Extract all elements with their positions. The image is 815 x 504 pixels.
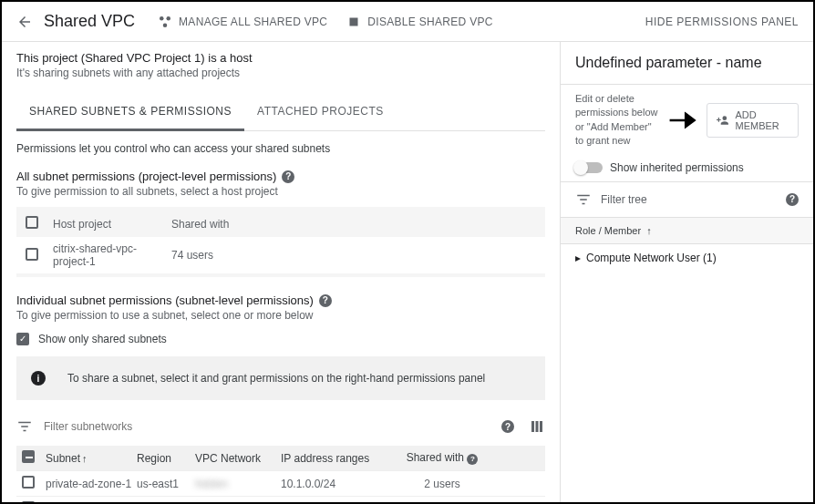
cell-shared[interactable]: 2 users	[390, 478, 494, 490]
row-checkbox[interactable]	[22, 476, 35, 489]
permissions-desc: Permissions let you control who can acce…	[16, 142, 545, 155]
subnet-checkbox-all[interactable]	[22, 450, 35, 463]
col-subnet[interactable]: Subnet	[46, 452, 80, 465]
back-arrow-icon[interactable]	[16, 14, 33, 30]
host-project-table: Host project Shared with citrix-shared-v…	[16, 207, 545, 277]
svg-point-1	[167, 16, 171, 21]
host-project-name: citrix-shared-vpc-project-1	[53, 242, 171, 268]
sort-up-icon: ↑	[82, 453, 88, 464]
info-icon: i	[31, 371, 46, 386]
manage-shared-vpc-button[interactable]: MANAGE ALL SHARED VPC	[157, 14, 327, 30]
indiv-title: Individual subnet permissions (subnet-le…	[16, 293, 314, 307]
row-checkbox[interactable]	[22, 501, 35, 502]
cell-region: us-east1	[137, 478, 195, 490]
add-member-label: ADD MEMBER	[736, 109, 789, 131]
add-person-icon	[717, 112, 729, 129]
disable-shared-vpc-button[interactable]: DISABLE SHARED VPC	[346, 14, 492, 30]
manage-icon	[157, 14, 173, 30]
subnet-table: Subnet↑ Region VPC Network IP address ra…	[16, 446, 545, 502]
svg-rect-5	[536, 421, 539, 432]
show-shared-checkbox[interactable]	[16, 333, 29, 345]
add-member-button[interactable]: ADD MEMBER	[707, 103, 799, 138]
host-checkbox[interactable]	[26, 248, 38, 261]
role-header[interactable]: Role / Member	[575, 225, 641, 236]
tab-attached-projects[interactable]: ATTACHED PROJECTS	[244, 96, 397, 130]
stop-icon	[346, 14, 362, 30]
help-icon[interactable]: ?	[467, 454, 478, 465]
panel-hint: Edit or delete permissions below or "Add…	[575, 92, 663, 149]
cell-ip: 10.1.0.0/24	[281, 478, 390, 490]
filter-icon[interactable]	[16, 418, 33, 435]
svg-point-0	[160, 16, 164, 21]
all-subnet-title: All subnet permissions (project-level pe…	[16, 170, 276, 183]
banner-text: To share a subnet, select it and grant p…	[67, 372, 485, 385]
host-checkbox-all[interactable]	[26, 216, 38, 229]
table-row[interactable]: private-ad-zone-2us-east1hidden10.2.0.0/…	[16, 496, 545, 502]
annotation-arrow	[668, 108, 702, 132]
disable-label: DISABLE SHARED VPC	[367, 15, 492, 28]
help-icon[interactable]: ?	[786, 193, 799, 206]
col-vpc-network[interactable]: VPC Network	[195, 452, 281, 465]
help-icon[interactable]: ?	[282, 170, 294, 183]
manage-label: MANAGE ALL SHARED VPC	[179, 15, 327, 28]
show-shared-label: Show only shared subnets	[38, 333, 167, 345]
sort-up-icon: ↑	[646, 225, 652, 236]
indiv-sub: To give permission to use a subnet, sele…	[16, 309, 545, 322]
filter-icon[interactable]	[575, 191, 592, 208]
svg-point-2	[163, 23, 168, 27]
col-shared-with[interactable]: Shared with	[407, 451, 464, 464]
svg-rect-4	[531, 421, 534, 432]
role-item[interactable]: ▸ Compute Network User (1)	[561, 244, 813, 272]
col-region[interactable]: Region	[137, 452, 195, 465]
filter-input[interactable]	[42, 419, 492, 434]
page-title: Shared VPC	[44, 12, 135, 31]
help-icon[interactable]: ?	[501, 420, 514, 433]
col-host-project: Host project	[53, 218, 171, 231]
hide-permissions-button[interactable]: HIDE PERMISSIONS PANEL	[645, 15, 799, 28]
all-subnet-sub: To give permission to all subnets, selec…	[16, 185, 545, 198]
tab-shared-subnets[interactable]: SHARED SUBNETS & PERMISSIONS	[16, 96, 244, 131]
filter-tree-label[interactable]: Filter tree	[601, 193, 777, 206]
col-shared-with: Shared with	[171, 218, 536, 231]
role-item-label: Compute Network User (1)	[586, 252, 717, 264]
help-icon[interactable]: ?	[319, 294, 332, 307]
inherited-label: Show inherited permissions	[610, 161, 744, 174]
table-row[interactable]: private-ad-zone-1us-east1hidden10.1.0.0/…	[16, 470, 545, 496]
cell-vpc-network: hidden	[195, 478, 281, 490]
expand-caret-icon: ▸	[575, 252, 581, 264]
panel-title: Undefined parameter - name	[561, 42, 813, 84]
svg-point-7	[723, 116, 727, 120]
host-shared-count: 74 users	[171, 249, 536, 262]
inherited-toggle[interactable]	[575, 162, 603, 173]
columns-icon[interactable]	[529, 418, 545, 435]
svg-rect-6	[540, 421, 542, 432]
project-host-sub: It's sharing subnets with any attached p…	[16, 67, 545, 79]
col-ip-ranges[interactable]: IP address ranges	[281, 452, 390, 465]
svg-rect-3	[350, 17, 358, 26]
cell-subnet: private-ad-zone-1	[46, 478, 137, 490]
project-host-title: This project (Shared VPC Project 1) is a…	[16, 51, 545, 65]
